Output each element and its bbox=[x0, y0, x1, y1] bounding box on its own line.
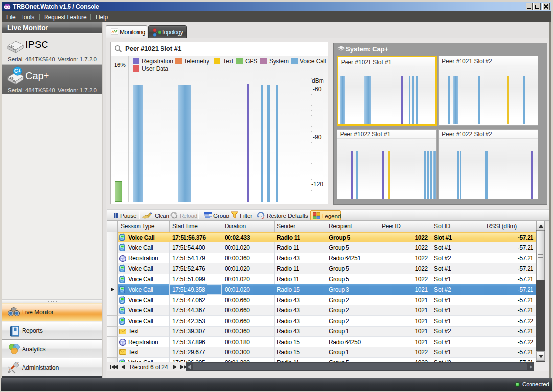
svg-text:C+: C+ bbox=[14, 68, 21, 74]
